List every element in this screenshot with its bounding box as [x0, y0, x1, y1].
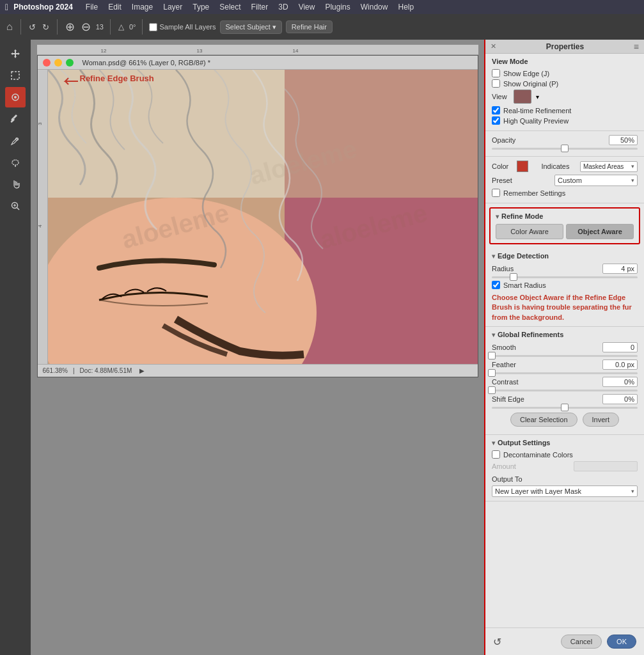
output-to-dropdown-arrow: ▾	[631, 488, 634, 494]
radius-input[interactable]	[602, 264, 638, 274]
tool-brush[interactable]	[5, 109, 26, 129]
color-row: Color Indicates Masked Areas ▾	[492, 161, 638, 172]
tool-zoom[interactable]	[5, 196, 26, 216]
history-forward-icon[interactable]: ↺	[41, 21, 51, 33]
reset-icon[interactable]: ↺	[493, 636, 501, 648]
realtime-label: Real-time Refinement	[503, 107, 571, 114]
panel-close-x[interactable]: ✕	[491, 42, 496, 51]
hq-preview-label: High Quality Preview	[503, 117, 569, 125]
menubar:  Photoshop 2024 File Edit Image Layer T…	[0, 0, 644, 14]
subtract-icon[interactable]: ⊖	[80, 19, 92, 35]
menu-window[interactable]: Window	[356, 3, 393, 12]
remember-checkbox[interactable]	[492, 189, 500, 197]
shift-edge-slider-track	[492, 407, 638, 409]
radius-slider-thumb[interactable]	[510, 273, 517, 281]
clear-selection-button[interactable]: Clear Selection	[510, 413, 577, 427]
expand-icon[interactable]: ▶	[139, 367, 145, 374]
tool-lasso[interactable]	[5, 152, 26, 173]
tool-select-rect[interactable]	[5, 65, 26, 86]
zoom-level: 661.38%	[43, 367, 68, 374]
sample-all-layers-checkbox[interactable]	[149, 23, 157, 31]
feather-slider-container	[492, 372, 638, 374]
view-preview-swatch[interactable]	[514, 90, 531, 104]
object-aware-button[interactable]: Object Aware	[566, 224, 634, 239]
feather-input[interactable]	[602, 359, 638, 370]
opacity-slider-container	[492, 148, 638, 150]
shift-edge-input[interactable]	[602, 394, 638, 404]
canvas-image[interactable]: aloeleme aloeleme aloeleme Refine Edge B…	[48, 70, 478, 364]
window-minimize-button[interactable]	[54, 59, 62, 67]
refine-mode-header[interactable]: ▾ Refine Mode	[496, 212, 634, 220]
indicates-dropdown[interactable]: Masked Areas ▾	[580, 161, 638, 172]
menu-edit[interactable]: Edit	[103, 3, 127, 12]
realtime-checkbox[interactable]	[492, 106, 500, 114]
preset-dropdown[interactable]: Custom ▾	[554, 175, 638, 186]
menu-view[interactable]: View	[294, 3, 320, 12]
radius-slider-container	[492, 276, 638, 278]
feather-slider-thumb[interactable]	[488, 369, 496, 377]
separator: |	[73, 367, 75, 374]
color-aware-button[interactable]: Color Aware	[496, 224, 563, 239]
global-refinements-label: Global Refinements	[498, 331, 563, 338]
output-to-dropdown[interactable]: New Layer with Layer Mask ▾	[492, 485, 638, 497]
refine-hair-button[interactable]: Refine Hair	[286, 20, 333, 33]
opacity-label: Opacity	[492, 136, 515, 144]
refine-mode-buttons: Color Aware Object Aware	[496, 224, 634, 239]
color-swatch[interactable]	[517, 161, 528, 172]
menu-layer[interactable]: Layer	[158, 3, 187, 12]
view-dropdown-arrow[interactable]: ▾	[536, 93, 539, 100]
cancel-button[interactable]: Cancel	[561, 635, 602, 649]
doc-info: Doc: 4.88M/6.51M	[80, 367, 132, 374]
contrast-slider-thumb[interactable]	[488, 386, 496, 394]
hq-preview-checkbox[interactable]	[492, 116, 500, 125]
tool-move[interactable]	[5, 43, 26, 64]
panel-title: Properties	[496, 42, 634, 51]
global-refinements-header[interactable]: ▾ Global Refinements	[492, 331, 638, 338]
decontaminate-checkbox[interactable]	[492, 450, 500, 459]
history-back-icon[interactable]: ↺	[27, 21, 37, 33]
shift-edge-slider-thumb[interactable]	[561, 404, 569, 411]
contrast-input[interactable]	[602, 377, 638, 387]
global-refinements-chevron: ▾	[492, 331, 495, 338]
menu-image[interactable]: Image	[127, 3, 158, 12]
output-to-row: Output To	[492, 475, 638, 483]
feather-row: Feather	[492, 359, 638, 370]
tool-hand[interactable]	[5, 174, 26, 194]
edge-detection-header[interactable]: ▾ Edge Detection	[492, 252, 638, 260]
home-icon[interactable]: ⌂	[5, 20, 14, 34]
tool-pen[interactable]	[5, 130, 26, 151]
add-icon[interactable]: ⊕	[64, 19, 76, 35]
tool-refine-brush[interactable]	[5, 87, 26, 107]
menu-plugins[interactable]: Plugins	[320, 3, 355, 12]
menu-help[interactable]: Help	[393, 3, 419, 12]
amount-input-disabled	[574, 461, 638, 471]
show-original-checkbox[interactable]	[492, 79, 500, 88]
separator-4	[142, 19, 143, 35]
size-label: 13	[96, 23, 104, 31]
apple-menu-icon[interactable]: 	[5, 2, 8, 12]
output-settings-header[interactable]: ▾ Output Settings	[492, 439, 638, 446]
feather-label: Feather	[492, 361, 516, 368]
menu-3d[interactable]: 3D	[273, 3, 293, 12]
invert-button[interactable]: Invert	[583, 413, 620, 427]
opacity-input[interactable]	[609, 135, 638, 145]
smooth-input[interactable]	[602, 342, 638, 352]
menu-select[interactable]: Select	[214, 3, 246, 12]
smooth-slider-thumb[interactable]	[488, 352, 496, 359]
smooth-row: Smooth	[492, 342, 638, 352]
menu-file[interactable]: File	[81, 3, 103, 12]
window-close-button[interactable]	[43, 59, 51, 67]
preset-dropdown-arrow: ▾	[631, 177, 634, 184]
menu-filter[interactable]: Filter	[246, 3, 274, 12]
smart-radius-checkbox[interactable]	[492, 281, 500, 289]
ok-button[interactable]: OK	[607, 635, 636, 649]
ok-cancel-row: Cancel OK	[561, 635, 636, 649]
window-maximize-button[interactable]	[66, 59, 74, 67]
angle-value[interactable]: 0°	[129, 23, 136, 31]
panel-more-icon[interactable]: ≡	[634, 42, 639, 52]
opacity-slider-thumb[interactable]	[561, 145, 569, 152]
select-subject-button[interactable]: Select Subject ▾	[220, 20, 282, 34]
refine-mode-label: Refine Mode	[501, 212, 543, 220]
show-edge-checkbox[interactable]	[492, 69, 500, 77]
menu-type[interactable]: Type	[187, 3, 214, 12]
